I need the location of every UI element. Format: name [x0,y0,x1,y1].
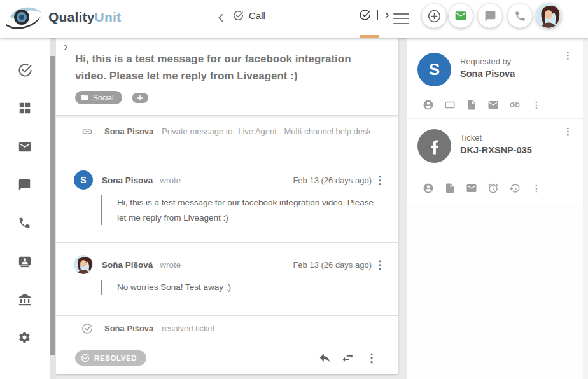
agent-photo-icon [536,4,561,28]
sidebar-item-contacts[interactable] [18,254,32,269]
reply-button[interactable] [318,351,332,364]
tab-active-ticket[interactable] [359,9,392,21]
tab-call-label: Call [249,10,265,21]
ticket-title: Hi, this is a test message for our faceb… [75,50,384,85]
requester-avatar: S [417,53,451,86]
link-icon [81,126,93,137]
note-author: Sona Pisova [104,127,153,136]
folder-icon [81,93,89,102]
tab-call[interactable]: Call [233,10,265,21]
requester-card: S Requested by Sona Pisova ⋮ ⋮ [407,43,583,118]
tab-separator [377,10,378,20]
chevron-right-icon [382,10,392,20]
history-icon[interactable] [509,183,521,194]
event-private-note: Sona Pisova Private message to: Live Age… [56,116,398,156]
add-tag-button[interactable] [132,93,148,103]
brand-secondary: Unit [95,10,122,24]
ticket-details-panel: S Requested by Sona Pisova ⋮ ⋮ [407,38,583,379]
ticket-menu-kebab-icon[interactable]: ⋮ [561,127,575,136]
check-circle-icon [81,354,90,362]
sidebar-item-mail[interactable] [18,140,32,155]
tabs-back-chevron-icon[interactable] [214,11,228,25]
facebook-channel-icon [417,129,451,163]
person-circle-icon[interactable] [423,99,434,111]
quick-actions-kebab-icon[interactable]: ⋮ [531,184,542,193]
note-target-link[interactable]: Live Agent - Multi-channel help desk [238,127,371,136]
mail-notifications-button[interactable] [449,4,473,28]
avatar-initial: S [74,170,93,190]
phone-button[interactable] [508,4,532,28]
person-circle-icon[interactable] [423,183,434,194]
status-badge[interactable]: RESOLVED [75,350,146,366]
status-author: Soňa Pišová [104,324,153,333]
ticket-card-label: Ticket [460,133,482,142]
requester-name: Sona Pisova [460,69,515,79]
chat-bubble-icon [484,10,496,22]
message-1-header: S Sona Pisova wrote Feb 13 (26 days ago)… [74,170,388,190]
ticket-thread-panel: Hi, this is a test message for our faceb… [56,38,398,374]
link-icon[interactable] [509,99,521,111]
avatar-photo-icon [74,255,93,274]
ticket-quick-actions: ⋮ [423,183,542,194]
check-circle-icon [81,323,93,334]
active-tab-indicator [360,35,379,38]
sidebar-item-settings[interactable] [18,331,32,345]
sidebar-item-dashboard[interactable] [18,101,32,116]
message-date: Feb 13 (26 days ago) [293,176,372,185]
message-author: Soňa Pišová [102,260,153,270]
sidebar-item-calls[interactable] [18,216,32,231]
swap-horizontal-icon [341,351,354,364]
crop-landscape-icon[interactable] [444,99,456,111]
sidebar-item-tickets[interactable] [18,63,32,78]
message-body: No worries Sona! Test away :) [101,280,381,295]
document-icon[interactable] [444,183,456,194]
reply-icon [318,351,332,364]
message-2-header: Soňa Pišová wrote Feb 13 (26 days ago) ⋮ [74,255,388,274]
alarm-icon[interactable] [487,183,499,194]
left-scrollbar-track[interactable] [50,38,56,379]
grid-icon [18,101,32,115]
message-menu-kebab-icon[interactable]: ⋮ [372,259,388,270]
phone-icon [514,10,526,22]
mail-icon [18,140,32,154]
sidebar-item-chats[interactable] [18,178,32,193]
requester-menu-kebab-icon[interactable]: ⋮ [561,50,575,60]
document-icon[interactable] [466,99,477,111]
bank-icon [18,293,32,307]
left-sidebar [0,38,50,379]
brand-primary: Quality [48,10,95,24]
qualityunit-logo-icon[interactable] [4,3,45,33]
message-action: wrote [160,176,181,185]
message-1: S Sona Pisova wrote Feb 13 (26 days ago)… [56,156,398,243]
message-menu-kebab-icon[interactable]: ⋮ [372,175,388,186]
message-2: Soňa Pišová wrote Feb 13 (26 days ago) ⋮… [56,243,398,316]
transfer-button[interactable] [341,351,354,364]
more-actions-kebab-icon[interactable]: ⋮ [363,352,380,364]
sidebar-item-companies[interactable] [18,293,32,307]
menu-hamburger-icon[interactable] [393,13,409,24]
right-scrollbar-track[interactable] [583,38,588,379]
quick-actions-kebab-icon[interactable]: ⋮ [531,100,542,109]
brand-wordmark: QualityUnit [48,10,121,25]
contact-card-icon [18,254,32,268]
gear-icon [18,331,31,344]
plus-circle-icon [427,9,442,24]
left-scrollbar-thumb[interactable] [50,56,55,355]
tag-social[interactable]: Social [75,91,122,104]
top-header: QualityUnit Call [0,0,588,38]
mail-icon[interactable] [487,99,499,111]
chat-notifications-button[interactable] [478,4,502,28]
message-date: Feb 13 (26 days ago) [293,260,372,270]
requester-label: Requested by [460,57,511,66]
tag-row: Social [75,91,385,104]
message-body: Hi, this is a test message for our faceb… [101,195,381,225]
status-badge-label: RESOLVED [94,354,137,362]
event-resolved: Soňa Pišová resolved ticket [56,316,398,341]
check-circle-icon [359,9,371,21]
mail-icon [454,10,467,22]
collapse-chevron-icon[interactable] [62,43,70,52]
user-avatar[interactable] [536,4,561,28]
status-action: resolved ticket [162,324,214,333]
mail-icon[interactable] [466,183,477,194]
add-new-button[interactable] [422,4,446,28]
